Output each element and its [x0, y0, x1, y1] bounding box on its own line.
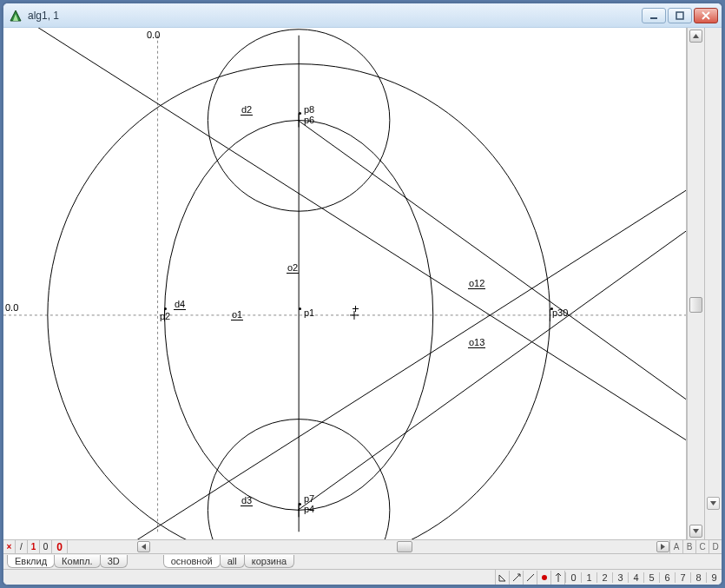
titlebar[interactable]: alg1, 1 [3, 3, 722, 28]
drawing-canvas[interactable]: 0.0 0.0 d2 d3 d4 o1 o2 o12 o13 p1 p2 p30… [3, 28, 687, 539]
box-bold-zero[interactable]: 0 [52, 540, 68, 553]
letter-D[interactable]: D [709, 540, 722, 553]
app-window: alg1, 1 [3, 3, 722, 585]
tool-angle-icon[interactable] [496, 571, 510, 585]
box-x[interactable]: × [3, 540, 16, 553]
close-icon [702, 11, 710, 20]
right-strip [704, 28, 722, 539]
num-5[interactable]: 5 [643, 572, 659, 583]
red-dot-icon [542, 575, 547, 580]
point-p30[interactable] [549, 306, 555, 312]
tab-layer-all[interactable]: all [220, 555, 245, 568]
point-p6[interactable] [297, 110, 303, 116]
num-6[interactable]: 6 [659, 572, 675, 583]
svg-rect-0 [650, 17, 657, 19]
app-icon [9, 9, 23, 23]
scroll-left-button[interactable] [137, 541, 150, 552]
tab-euclid[interactable]: Евклид [7, 555, 55, 568]
svg-rect-1 [676, 12, 683, 19]
geometry-svg [3, 28, 686, 539]
letter-A[interactable]: A [669, 540, 682, 553]
maximize-icon [676, 11, 684, 20]
letter-B[interactable]: B [682, 540, 695, 553]
bottom-toolbar: 0 1 2 3 4 5 6 7 8 9 [3, 569, 722, 585]
horizontal-scrollbar[interactable] [137, 540, 669, 553]
minimize-button[interactable] [642, 8, 666, 23]
window-title: alg1, 1 [26, 10, 640, 22]
point-p4[interactable] [297, 501, 303, 507]
letter-cells: A B C D [669, 540, 722, 553]
box-slash[interactable]: / [16, 540, 28, 553]
tab-layer-trash[interactable]: корзина [244, 555, 294, 568]
num-3[interactable]: 3 [612, 572, 628, 583]
vertical-scrollbar[interactable] [687, 28, 704, 539]
tool-dot-icon[interactable] [537, 571, 551, 585]
mode-tabs: Евклид Компл. 3D [3, 554, 127, 569]
num-9[interactable]: 9 [706, 572, 722, 583]
crosshair[interactable] [353, 306, 359, 312]
scroll-right-button[interactable] [656, 541, 669, 552]
tool-segment-icon[interactable] [524, 571, 537, 585]
svg-line-11 [298, 120, 686, 399]
svg-line-12 [298, 231, 686, 510]
tool-up-arrow-icon[interactable] [551, 571, 565, 585]
num-7[interactable]: 7 [675, 572, 690, 583]
tab-complex[interactable]: Компл. [54, 555, 101, 568]
num-4[interactable]: 4 [628, 572, 643, 583]
scroll-down-button[interactable] [689, 525, 702, 538]
point-p2[interactable] [162, 306, 168, 312]
right-strip-picker[interactable] [707, 497, 720, 510]
num-1[interactable]: 1 [581, 572, 596, 583]
workarea: 0.0 0.0 d2 d3 d4 o1 o2 o12 o13 p1 p2 p30… [3, 28, 722, 585]
num-2[interactable]: 2 [596, 572, 612, 583]
horizontal-strip: × / 1 0 0 A B C D [3, 539, 722, 553]
close-button[interactable] [694, 8, 718, 23]
mode-tabs-row: Евклид Компл. 3D основной all корзина [3, 553, 722, 569]
box-zero[interactable]: 0 [40, 540, 52, 553]
tool-arrow-icon[interactable] [510, 571, 524, 585]
num-8[interactable]: 8 [690, 572, 706, 583]
num-0[interactable]: 0 [565, 572, 581, 583]
box-one[interactable]: 1 [28, 540, 40, 553]
svg-line-9 [3, 28, 686, 440]
tool-icons [495, 570, 565, 585]
svg-line-10 [3, 190, 686, 539]
horizontal-scroll-thumb[interactable] [397, 541, 412, 552]
hscroll-track[interactable] [150, 541, 656, 552]
layer-tabs: основной all корзина [160, 554, 293, 569]
maximize-button[interactable] [668, 8, 692, 23]
vertical-scroll-thumb[interactable] [689, 297, 702, 313]
tab-3d[interactable]: 3D [100, 555, 128, 568]
letter-C[interactable]: C [695, 540, 709, 553]
tab-layer-main[interactable]: основной [163, 555, 221, 568]
scroll-up-button[interactable] [689, 30, 702, 43]
number-cells: 0 1 2 3 4 5 6 7 8 9 [565, 570, 722, 585]
point-p1[interactable] [297, 306, 303, 312]
minimize-icon [649, 11, 658, 20]
